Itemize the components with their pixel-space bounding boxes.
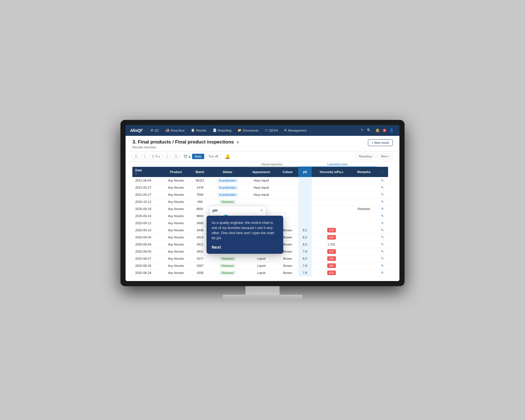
- edit-icon[interactable]: ✎: [381, 186, 384, 190]
- cell-ph: 8.2: [298, 234, 312, 241]
- status-badge: Released: [219, 264, 236, 268]
- edit-icon[interactable]: ✎: [381, 242, 384, 246]
- cell-edit[interactable]: ✎: [377, 255, 388, 262]
- cell-ph: 8.1: [298, 226, 312, 234]
- cell-edit[interactable]: ✎: [377, 191, 388, 198]
- edit-icon[interactable]: ✎: [381, 200, 384, 204]
- cell-product: Asy Novelo: [161, 177, 190, 184]
- edit-icon[interactable]: ✎: [381, 264, 384, 268]
- col-header-date[interactable]: Date ▽: [132, 167, 161, 177]
- cell-remarks: [351, 184, 376, 191]
- dropdown-chevron[interactable]: ∨: [236, 140, 239, 144]
- tooltip-text: As a quality engineer, the control chart…: [212, 220, 278, 241]
- last-page-button[interactable]: ⟩⟩: [172, 154, 180, 159]
- next-page-button[interactable]: ⟩: [164, 154, 171, 159]
- edit-icon[interactable]: ✎: [381, 193, 384, 197]
- bell-icon[interactable]: 🔔: [374, 127, 381, 134]
- col-header-appearance[interactable]: Appearance: [245, 167, 277, 177]
- cell-edit[interactable]: ✎: [377, 177, 388, 184]
- cell-edit[interactable]: ✎: [377, 198, 388, 205]
- cell-ph: [298, 191, 312, 198]
- cell-remarks: [351, 191, 376, 198]
- nav-logo: AlisQI2: [130, 128, 143, 133]
- cell-date: 2020-08-27: [132, 255, 161, 262]
- edit-icon[interactable]: ✎: [381, 257, 384, 261]
- col-header-remarks[interactable]: Remarks: [351, 167, 376, 177]
- cell-viscosity: [312, 191, 351, 198]
- nav-item-qesh[interactable]: 🛡 QESH: [262, 125, 281, 136]
- cell-edit[interactable]: ✎: [377, 205, 388, 212]
- nav-item-results[interactable]: 📋 Results: [188, 125, 209, 136]
- col-header-viscosity[interactable]: Viscosity mPa.s: [312, 167, 351, 177]
- cell-date: 2020-09-18: [132, 205, 161, 212]
- edit-icon[interactable]: ✎: [381, 271, 384, 275]
- edit-icon[interactable]: ✎: [381, 235, 384, 239]
- prev-page-button[interactable]: ⟨: [141, 154, 148, 159]
- ph-popup-close-button[interactable]: ✕: [260, 208, 263, 213]
- cell-edit[interactable]: ✎: [377, 269, 388, 276]
- cell-batch: 3358: [190, 269, 210, 276]
- cell-status: In production: [210, 191, 245, 198]
- table-row: 2021-05-27 Asy Novelo 1478 In production…: [132, 184, 393, 191]
- apply-button[interactable]: Apply: [192, 154, 204, 159]
- nav-item-shop-floor[interactable]: 🏭 Shop floor: [163, 125, 188, 136]
- cell-edit[interactable]: ✎: [377, 184, 388, 191]
- cell-remarks: [351, 212, 376, 219]
- tooltip-next-button[interactable]: Next: [212, 245, 221, 249]
- more-dropdown-button[interactable]: More ▾: [378, 154, 393, 159]
- col-header-status[interactable]: Status: [210, 167, 245, 177]
- status-badge: Released: [219, 257, 236, 261]
- cell-edit[interactable]: ✎: [377, 219, 388, 226]
- cell-edit[interactable]: ✎: [377, 234, 388, 241]
- reporting-dropdown-button[interactable]: Reporting ▾: [356, 154, 376, 159]
- monitor-stand-neck: [245, 286, 280, 295]
- filter-icon[interactable]: ▽: [184, 154, 190, 159]
- cell-edit[interactable]: ✎: [377, 241, 388, 248]
- collapse-icon[interactable]: «: [382, 170, 383, 174]
- cell-edit[interactable]: ✎: [377, 262, 388, 269]
- cell-batch: 456: [190, 198, 210, 205]
- col-group-visual: Visual inspection: [245, 162, 298, 167]
- col-header-colour[interactable]: Colour: [277, 167, 298, 177]
- nav-item-management[interactable]: ⚙ Management: [281, 125, 309, 136]
- cell-viscosity: [312, 219, 351, 226]
- turn-off-button[interactable]: Turn off: [206, 154, 221, 159]
- col-header-batch[interactable]: Batch: [190, 167, 210, 177]
- edit-icon[interactable]: ✎: [381, 249, 384, 253]
- edit-icon[interactable]: ✎: [381, 207, 384, 211]
- viscosity-value-red: 380: [327, 263, 336, 268]
- cell-date: 2021-06-04: [132, 177, 161, 184]
- cell-edit[interactable]: ✎: [377, 248, 388, 255]
- table-row: 2021-05-27 Asy Novelo 7894 In production…: [132, 191, 393, 198]
- edit-icon[interactable]: ✎: [381, 221, 384, 225]
- pagination-display[interactable]: 1 / 9 ∨: [149, 154, 163, 159]
- nav-item-qc[interactable]: ⊞ QC: [148, 125, 162, 136]
- cell-remarks: [351, 248, 376, 255]
- col-header-product[interactable]: Product: [161, 167, 190, 177]
- cell-ph: 8.2: [298, 241, 312, 248]
- nav-item-reporting[interactable]: 📄 Reporting: [210, 125, 234, 136]
- help-icon[interactable]: ?: [360, 127, 364, 134]
- cell-batch: 3377: [190, 255, 210, 262]
- edit-icon[interactable]: ✎: [381, 214, 384, 218]
- cell-edit[interactable]: ✎: [377, 212, 388, 219]
- col-group-lab: Laboratory tests: [298, 162, 377, 167]
- cell-remarks: Retested: [351, 205, 376, 212]
- search-icon[interactable]: 🔍: [366, 127, 372, 134]
- col-header-collapse[interactable]: «: [377, 167, 388, 177]
- edit-icon[interactable]: ✎: [381, 178, 384, 182]
- cell-date: 2020-09-03: [132, 248, 161, 255]
- cell-edit[interactable]: ✎: [377, 226, 388, 234]
- table-row: 2020-08-24 Asy Novelo 3358 Released Liqu…: [132, 269, 393, 276]
- documents-icon: 📁: [238, 128, 241, 132]
- cell-product: Asy Novelo: [161, 255, 190, 262]
- cell-status: Released: [210, 262, 245, 269]
- col-header-ph[interactable]: pH: [298, 167, 312, 177]
- nav-item-documents[interactable]: 📁 Documents: [235, 125, 261, 136]
- new-result-button[interactable]: + New result: [368, 139, 393, 146]
- cell-viscosity: [312, 205, 351, 212]
- edit-icon[interactable]: ✎: [381, 228, 384, 232]
- user-icon[interactable]: 👤: [388, 127, 395, 134]
- first-page-button[interactable]: ⟨⟨: [132, 154, 140, 159]
- cell-remarks: [351, 226, 376, 234]
